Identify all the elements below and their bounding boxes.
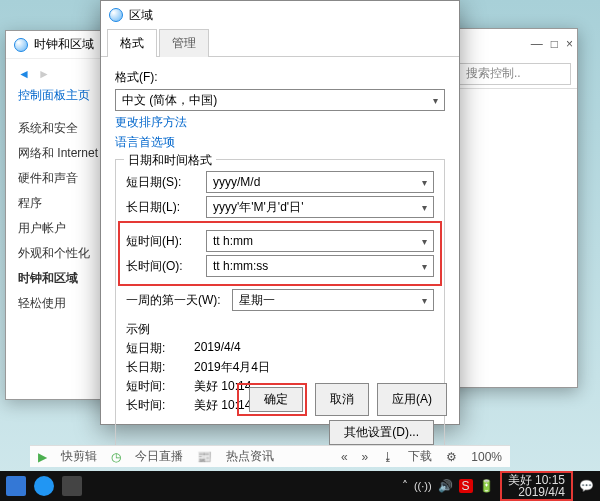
change-sort-link[interactable]: 更改排序方法: [115, 114, 445, 131]
min-button[interactable]: —: [531, 37, 543, 51]
example-short-date: 2019/4/4: [194, 340, 241, 357]
max-button[interactable]: □: [551, 37, 558, 51]
long-date-label: 长日期(L):: [126, 199, 200, 216]
hot-label[interactable]: 热点资讯: [226, 448, 274, 465]
chevron-down-icon: ▾: [433, 95, 438, 106]
next-icon[interactable]: »: [362, 450, 369, 464]
long-date-combo[interactable]: yyyy'年'M'月'd'日'▾: [206, 196, 434, 218]
short-date-label: 短日期(S):: [126, 174, 200, 191]
language-pref-link[interactable]: 语言首选项: [115, 134, 445, 151]
globe-icon: [109, 8, 123, 22]
volume-icon[interactable]: 🔊: [438, 479, 453, 493]
close-button[interactable]: ×: [566, 37, 573, 51]
system-tray: ˄ ((·)) 🔊 S 🔋 美好 10:15 2019/4/4 💬: [402, 471, 594, 501]
zoom-level[interactable]: 100%: [471, 450, 502, 464]
network-icon[interactable]: ((·)): [414, 480, 432, 492]
example-long-date: 2019年4月4日: [194, 359, 270, 376]
taskbar: ˄ ((·)) 🔊 S 🔋 美好 10:15 2019/4/4 💬: [0, 471, 600, 501]
groupbox-title: 日期和时间格式: [124, 152, 216, 169]
ime-icon[interactable]: S: [459, 479, 473, 493]
download-icon[interactable]: ⭳: [382, 450, 394, 464]
tray-chevron-icon[interactable]: ˄: [402, 479, 408, 493]
long-time-combo[interactable]: tt h:mm:ss▾: [206, 255, 434, 277]
taskbar-clock[interactable]: 美好 10:15 2019/4/4: [500, 471, 573, 501]
battery-icon[interactable]: 🔋: [479, 479, 494, 493]
short-date-combo[interactable]: yyyy/M/d▾: [206, 171, 434, 193]
additional-settings-button[interactable]: 其他设置(D)...: [329, 420, 434, 445]
news-icon: 📰: [197, 450, 212, 464]
apply-button[interactable]: 应用(A): [377, 383, 447, 416]
prev-icon[interactable]: «: [341, 450, 348, 464]
start-button[interactable]: [6, 476, 26, 496]
search-placeholder: 搜索控制..: [466, 65, 521, 82]
forward-icon[interactable]: ►: [38, 67, 50, 81]
time-format-highlight: 短时间(H): tt h:mm▾ 长时间(O): tt h:mm:ss▾: [118, 221, 442, 286]
fastclip-label[interactable]: 快剪辑: [61, 448, 97, 465]
first-day-label: 一周的第一天(W):: [126, 292, 226, 309]
format-label: 格式(F):: [115, 69, 445, 86]
clock-icon: ◷: [111, 450, 121, 464]
window-title: 时钟和区域: [34, 36, 94, 53]
first-day-combo[interactable]: 星期一▾: [232, 289, 434, 311]
format-combo[interactable]: 中文 (简体，中国)▾: [115, 89, 445, 111]
search-input[interactable]: 搜索控制..: [459, 63, 571, 85]
region-dialog: 区域 格式 管理 格式(F): 中文 (简体，中国)▾ 更改排序方法 语言首选项…: [100, 0, 460, 425]
notification-icon[interactable]: 💬: [579, 479, 594, 493]
example-title: 示例: [126, 321, 434, 338]
ok-highlight: 确定: [237, 383, 307, 416]
settings-icon[interactable]: ⚙: [446, 450, 457, 464]
dialog-title: 区域: [129, 7, 153, 24]
browser-icon[interactable]: [34, 476, 54, 496]
back-icon[interactable]: ◄: [18, 67, 30, 81]
clock-date: 2019/4/4: [508, 486, 565, 498]
cancel-button[interactable]: 取消: [315, 383, 369, 416]
play-icon[interactable]: ▶: [38, 450, 47, 464]
short-time-combo[interactable]: tt h:mm▾: [206, 230, 434, 252]
short-time-label: 短时间(H):: [126, 233, 200, 250]
long-time-label: 长时间(O):: [126, 258, 200, 275]
task-icon[interactable]: [62, 476, 82, 496]
tab-admin[interactable]: 管理: [159, 29, 209, 57]
ok-button[interactable]: 确定: [249, 387, 303, 412]
live-label[interactable]: 今日直播: [135, 448, 183, 465]
globe-icon: [14, 38, 28, 52]
tab-format[interactable]: 格式: [107, 29, 157, 57]
app-statusbar: ▶快剪辑 ◷今日直播 📰热点资讯 « » ⭳下载 ⚙ 100%: [30, 445, 510, 467]
